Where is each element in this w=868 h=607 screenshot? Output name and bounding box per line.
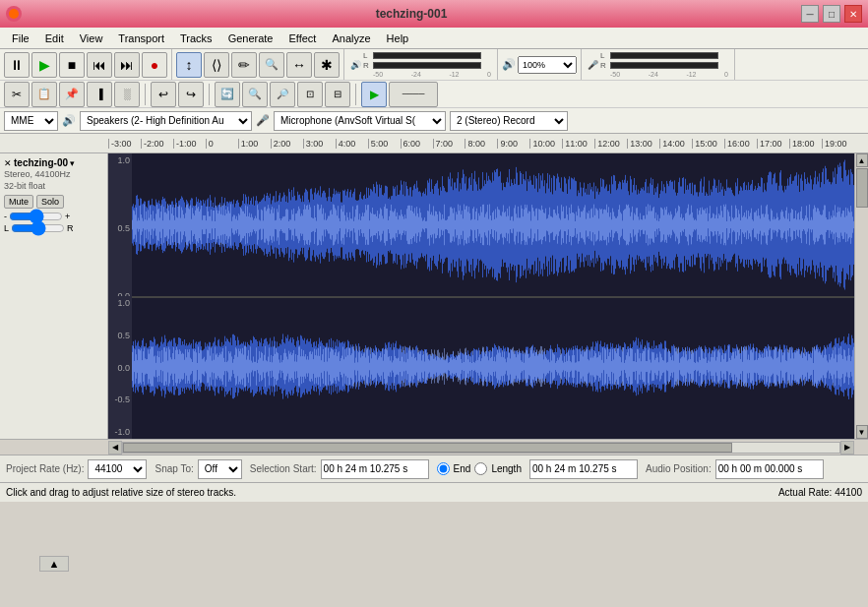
output-device-select[interactable]: Speakers (2- High Definition Au bbox=[80, 111, 252, 131]
scroll-down-button[interactable]: ▼ bbox=[856, 425, 868, 439]
time-shift-tool[interactable]: ↔ bbox=[286, 52, 312, 78]
hscroll-left-button[interactable]: ◀ bbox=[108, 441, 122, 455]
y-label-n10b: -1.0 bbox=[108, 427, 132, 437]
mute-button[interactable]: Mute bbox=[4, 195, 33, 209]
scroll-thumb[interactable] bbox=[856, 168, 868, 208]
zoomout-button[interactable]: 🔎 bbox=[270, 82, 295, 107]
track-dropdown-icon[interactable]: ▾ bbox=[70, 158, 75, 168]
paste-button[interactable]: 📌 bbox=[59, 82, 85, 107]
sync-button[interactable]: 🔄 bbox=[215, 82, 240, 107]
track-controls: ✕ techzing-00 ▾ Stereo, 44100Hz 32-bit f… bbox=[0, 153, 108, 439]
gain-min-label: - bbox=[4, 212, 7, 221]
input-r-meter bbox=[610, 62, 718, 69]
menu-tracks[interactable]: Tracks bbox=[172, 30, 220, 46]
scroll-up-button[interactable]: ▲ bbox=[856, 153, 868, 167]
menu-generate[interactable]: Generate bbox=[220, 30, 281, 46]
length-radio-label: Length bbox=[491, 463, 522, 474]
window-title: techzing-001 bbox=[22, 7, 801, 21]
input-device-select[interactable]: Microphone (AnvSoft Virtual S( bbox=[274, 111, 446, 131]
input-r-label: R bbox=[600, 61, 608, 70]
trim-button[interactable]: ▐ bbox=[87, 82, 112, 107]
zoom-fit-sel[interactable]: ⊡ bbox=[297, 82, 323, 107]
undo-button[interactable]: ↩ bbox=[151, 82, 176, 107]
pause-button[interactable]: ⏸ bbox=[4, 52, 30, 78]
input-vu-label: 🎤 L R -50-24-120 bbox=[588, 51, 728, 78]
play-speed-slider[interactable]: ──── bbox=[389, 82, 438, 107]
record-button[interactable]: ● bbox=[142, 52, 167, 78]
audio-position-input[interactable] bbox=[715, 459, 824, 479]
end-radio[interactable] bbox=[437, 462, 450, 475]
window-controls: ─ □ ✕ bbox=[801, 5, 862, 23]
time-mark-5: 5:00 bbox=[368, 139, 401, 149]
hint-text: Click and drag to adjust relative size o… bbox=[6, 487, 236, 498]
project-rate-select[interactable]: 44100 bbox=[88, 459, 147, 479]
zoom-tool[interactable]: 🔍 bbox=[259, 52, 284, 78]
statusbar: Project Rate (Hz): 44100 Snap To: Off Se… bbox=[0, 455, 868, 482]
zoom-fit-proj[interactable]: ⊟ bbox=[325, 82, 350, 107]
time-mark-2: 2:00 bbox=[271, 139, 303, 149]
y-label-top2: 1.0 bbox=[108, 298, 132, 308]
horizontal-scrollbar[interactable]: ◀ ▶ bbox=[0, 439, 868, 455]
hscroll-track[interactable] bbox=[122, 442, 840, 454]
time-mark-13: 13:00 bbox=[627, 139, 659, 149]
output-volume-select[interactable]: 100% bbox=[518, 56, 577, 74]
time-ruler: -3:00 -2:00 -1:00 0 1:00 2:00 3:00 4:00 … bbox=[0, 134, 868, 153]
vertical-scrollbar[interactable]: ▲ ▼ bbox=[854, 153, 868, 439]
time-ruler-inner: -3:00 -2:00 -1:00 0 1:00 2:00 3:00 4:00 … bbox=[108, 134, 854, 151]
selection-tool[interactable]: ↕ bbox=[176, 52, 202, 78]
minimize-button[interactable]: ─ bbox=[801, 5, 819, 23]
time-mark-8: 8:00 bbox=[465, 139, 497, 149]
api-select[interactable]: MME bbox=[4, 111, 58, 131]
y-label-05b: 0.5 bbox=[108, 331, 132, 340]
menu-file[interactable]: File bbox=[4, 30, 37, 46]
time-mark-m1: -1:00 bbox=[173, 139, 206, 149]
time-mark-18: 18:00 bbox=[789, 139, 822, 149]
time-mark-12: 12:00 bbox=[594, 139, 627, 149]
channel-select[interactable]: 2 (Stereo) Record bbox=[450, 111, 568, 131]
menu-effect[interactable]: Effect bbox=[281, 30, 325, 46]
stop-button[interactable]: ■ bbox=[59, 52, 85, 78]
track-close-icon[interactable]: ✕ bbox=[4, 158, 12, 168]
close-button[interactable]: ✕ bbox=[844, 5, 862, 23]
end-length-group: End Length bbox=[437, 462, 522, 475]
cut-button[interactable]: ✂ bbox=[4, 82, 30, 107]
hscroll-right-button[interactable]: ▶ bbox=[840, 441, 854, 455]
zoomin-button[interactable]: 🔍 bbox=[242, 82, 268, 107]
pencil-tool[interactable]: ✏ bbox=[231, 52, 257, 78]
menu-analyze[interactable]: Analyze bbox=[324, 30, 378, 46]
solo-button[interactable]: Solo bbox=[36, 195, 64, 209]
copy-button[interactable]: 📋 bbox=[31, 82, 57, 107]
output-volume-icon: 🔊 bbox=[502, 58, 516, 71]
selection-end-input[interactable] bbox=[529, 459, 638, 479]
redo-button[interactable]: ↪ bbox=[178, 82, 204, 107]
multi-tool[interactable]: ✱ bbox=[314, 52, 340, 78]
input-mic-icon: 🎤 bbox=[588, 60, 598, 70]
play-at-speed-button[interactable]: ▶ bbox=[361, 82, 387, 107]
y-label-top1: 1.0 bbox=[108, 155, 132, 165]
pan-r-label: R bbox=[67, 223, 74, 233]
skip-forward-button[interactable]: ⏭ bbox=[114, 52, 140, 78]
menu-edit[interactable]: Edit bbox=[37, 30, 72, 46]
app-icon bbox=[6, 6, 22, 22]
skip-back-button[interactable]: ⏮ bbox=[87, 52, 112, 78]
time-mark-0: 0 bbox=[206, 139, 238, 149]
envelope-tool[interactable]: ⟨⟩ bbox=[204, 52, 229, 78]
snap-select[interactable]: Off bbox=[198, 459, 242, 479]
hscroll-thumb[interactable] bbox=[123, 443, 732, 453]
waveform-display[interactable]: 1.0 0.5 0.0 -0.5 -1.0 1.0 0.5 0.0 -0.5 -… bbox=[108, 153, 854, 439]
maximize-button[interactable]: □ bbox=[823, 5, 840, 23]
selection-start-input[interactable] bbox=[321, 459, 429, 479]
play-button[interactable]: ▶ bbox=[31, 52, 57, 78]
output-speaker-icon2: 🔊 bbox=[62, 114, 76, 127]
output-r-label: R bbox=[363, 61, 371, 70]
length-radio[interactable] bbox=[474, 462, 487, 475]
silence-button[interactable]: ░ bbox=[114, 82, 140, 107]
track-mute-solo-row: Mute Solo bbox=[4, 195, 103, 209]
pan-slider[interactable] bbox=[11, 223, 65, 233]
menu-transport[interactable]: Transport bbox=[110, 30, 172, 46]
menu-help[interactable]: Help bbox=[379, 30, 417, 46]
time-mark-1: 1:00 bbox=[238, 139, 271, 149]
output-l-meter bbox=[373, 52, 481, 59]
time-mark-19: 19:00 bbox=[822, 139, 854, 149]
menu-view[interactable]: View bbox=[72, 30, 111, 46]
